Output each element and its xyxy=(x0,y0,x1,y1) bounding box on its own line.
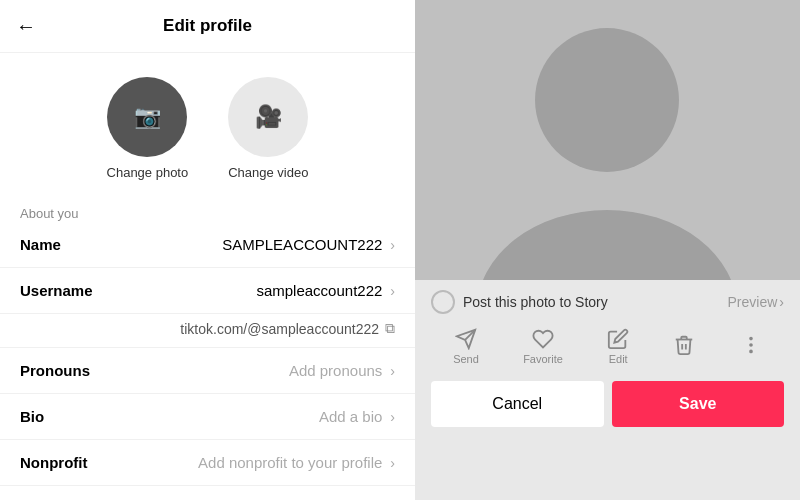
bio-chevron: › xyxy=(390,409,395,425)
send-label: Send xyxy=(453,353,479,365)
username-field-row[interactable]: Username sampleaccount222 › xyxy=(0,268,415,314)
bio-label: Bio xyxy=(20,408,100,425)
back-button[interactable]: ← xyxy=(16,15,36,38)
name-chevron: › xyxy=(390,237,395,253)
username-label: Username xyxy=(20,282,100,299)
trash-icon xyxy=(673,334,695,356)
nonprofit-field-row[interactable]: Nonprofit Add nonprofit to your profile … xyxy=(0,440,415,486)
tiktok-url: tiktok.com/@sampleaccount222 xyxy=(180,321,379,337)
avatar-container xyxy=(415,0,800,280)
svg-point-5 xyxy=(750,338,752,340)
preview-chevron: › xyxy=(779,294,784,310)
name-label: Name xyxy=(20,236,100,253)
video-icon: 🎥 xyxy=(255,104,282,130)
svg-point-6 xyxy=(750,344,752,346)
nonprofit-value: Add nonprofit to your profile › xyxy=(198,454,395,471)
about-section: About you xyxy=(0,196,415,222)
bio-value: Add a bio › xyxy=(319,408,395,425)
story-text: Post this photo to Story xyxy=(463,294,608,310)
send-icon xyxy=(455,328,477,350)
more-icon xyxy=(740,334,762,356)
page-title: Edit profile xyxy=(163,16,252,36)
save-button[interactable]: Save xyxy=(612,381,785,427)
right-panel: Post this photo to Story Preview › Send … xyxy=(415,0,800,500)
username-chevron: › xyxy=(390,283,395,299)
camera-icon: 📷 xyxy=(134,104,161,130)
edit-icon xyxy=(607,328,629,350)
pronouns-chevron: › xyxy=(390,363,395,379)
change-photo-item[interactable]: 📷 Change photo xyxy=(107,77,189,180)
left-panel: ← Edit profile 📷 Change photo 🎥 Change v… xyxy=(0,0,415,500)
action-icons-row: Send Favorite Edit xyxy=(415,324,800,373)
bio-field-row[interactable]: Bio Add a bio › xyxy=(0,394,415,440)
delete-action[interactable] xyxy=(673,334,695,359)
pronouns-value: Add pronouns › xyxy=(289,362,395,379)
preview-text: Preview › xyxy=(728,294,784,310)
bottom-overlay: Post this photo to Story Preview › Send … xyxy=(415,280,800,500)
favorite-action[interactable]: Favorite xyxy=(523,328,563,365)
edit-action[interactable]: Edit xyxy=(607,328,629,365)
photo-circle: 📷 xyxy=(107,77,187,157)
story-row: Post this photo to Story Preview › xyxy=(415,280,800,324)
name-field-row[interactable]: Name SAMPLEACCOUNT222 › xyxy=(0,222,415,268)
header: ← Edit profile xyxy=(0,0,415,53)
heart-icon xyxy=(532,328,554,350)
video-circle: 🎥 xyxy=(228,77,308,157)
about-title: About you xyxy=(20,206,79,221)
username-value: sampleaccount222 › xyxy=(256,282,395,299)
svg-point-7 xyxy=(750,351,752,353)
profile-fields: Name SAMPLEACCOUNT222 › Username samplea… xyxy=(0,222,415,500)
edit-label: Edit xyxy=(609,353,628,365)
change-video-item[interactable]: 🎥 Change video xyxy=(228,77,308,180)
cancel-button[interactable]: Cancel xyxy=(431,381,604,427)
change-photo-label: Change photo xyxy=(107,165,189,180)
favorite-label: Favorite xyxy=(523,353,563,365)
tiktok-url-row[interactable]: tiktok.com/@sampleaccount222 ⧉ xyxy=(0,314,415,348)
photo-section: 📷 Change photo 🎥 Change video xyxy=(0,53,415,196)
pronouns-label: Pronouns xyxy=(20,362,100,379)
nonprofit-label: Nonprofit xyxy=(20,454,100,471)
story-toggle[interactable] xyxy=(431,290,455,314)
svg-point-1 xyxy=(535,28,679,172)
change-video-label: Change video xyxy=(228,165,308,180)
name-value: SAMPLEACCOUNT222 › xyxy=(222,236,395,253)
story-left: Post this photo to Story xyxy=(431,290,608,314)
send-action[interactable]: Send xyxy=(453,328,479,365)
nonprofit-chevron: › xyxy=(390,455,395,471)
pronouns-field-row[interactable]: Pronouns Add pronouns › xyxy=(0,348,415,394)
buttons-row: Cancel Save xyxy=(415,373,800,439)
more-action[interactable] xyxy=(740,334,762,359)
copy-icon: ⧉ xyxy=(385,320,395,337)
avatar-svg xyxy=(415,0,800,280)
